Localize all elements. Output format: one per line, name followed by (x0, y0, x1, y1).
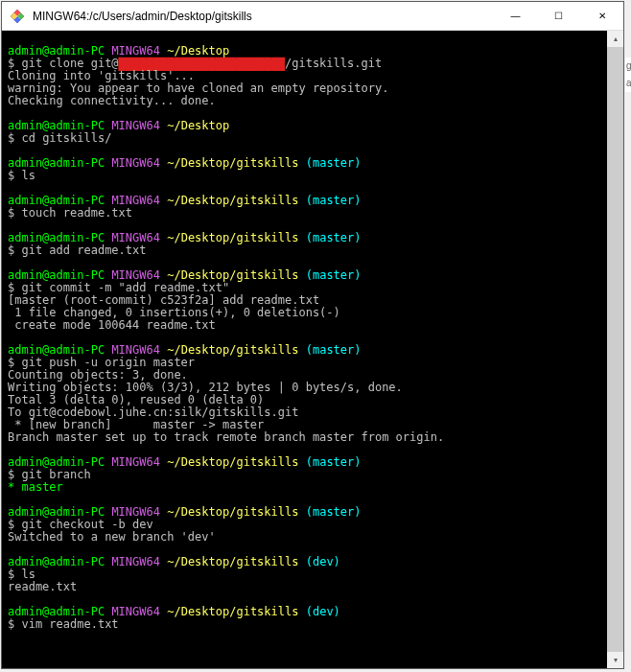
prompt-env: MINGW64 (111, 194, 160, 207)
out-push6: Branch master set up to track remote bra… (8, 430, 444, 444)
prompt-branch: (dev) (306, 555, 340, 568)
out-branch-name: master (21, 480, 62, 494)
cmd-add: git add readme.txt (21, 243, 146, 257)
out-push5: * [new branch] master -> master (8, 418, 264, 431)
cmd-clone-post: /gitskills.git (285, 57, 382, 70)
prompt-dollar: $ (8, 356, 21, 369)
prompt-branch: (master) (306, 156, 362, 170)
prompt-user: admin@admin-PC (8, 343, 105, 357)
close-button[interactable]: ✕ (580, 2, 623, 30)
prompt-branch: (master) (306, 455, 362, 469)
prompt-path: ~/Desktop/gitskills (167, 268, 298, 282)
prompt-path: ~/Desktop/gitskills (167, 343, 298, 357)
out-checkout: Switched to a new branch 'dev' (8, 530, 216, 544)
mingw-icon (10, 9, 25, 24)
prompt-path: ~/Desktop (167, 119, 229, 132)
out-branch-star: * (8, 480, 21, 494)
prompt-branch: (dev) (306, 605, 340, 618)
cmd-commit: git commit -m "add readme.txt" (21, 281, 229, 294)
prompt-user: admin@admin-PC (8, 455, 105, 469)
prompt-env: MINGW64 (111, 605, 160, 618)
out-ls: readme.txt (8, 580, 77, 593)
blank-line (8, 331, 14, 344)
out-push3: Total 3 (delta 0), reused 0 (delta 0) (8, 393, 264, 406)
prompt-dollar: $ (8, 518, 21, 531)
cmd-push: git push -u origin master (21, 356, 195, 369)
window-controls: — ☐ ✕ (494, 2, 623, 30)
prompt-path: ~/Desktop/gitskills (167, 505, 298, 519)
prompt-env: MINGW64 (111, 268, 160, 282)
side-char-a: g (625, 58, 631, 75)
prompt-env: MINGW64 (111, 44, 160, 58)
window-title: MINGW64:/c/Users/admin/Desktop/gitskills (33, 10, 494, 23)
prompt-dollar: $ (8, 468, 21, 481)
terminal-area: admin@admin-PC MINGW64 ~/Desktop $ git c… (2, 31, 623, 668)
prompt-path: ~/Desktop/gitskills (167, 231, 298, 244)
prompt-path: ~/Desktop/gitskills (167, 156, 298, 170)
titlebar[interactable]: MINGW64:/c/Users/admin/Desktop/gitskills… (2, 2, 623, 31)
prompt-dollar: $ (8, 169, 21, 182)
prompt-branch: (master) (306, 231, 362, 244)
prompt-user: admin@admin-PC (8, 194, 105, 207)
cmd-clone-pre: git clone git@ (21, 57, 118, 70)
prompt-user: admin@admin-PC (8, 555, 105, 568)
prompt-env: MINGW64 (111, 156, 160, 170)
scroll-down-button[interactable]: ▾ (607, 652, 623, 668)
maximize-button[interactable]: ☐ (537, 2, 580, 30)
scrollbar[interactable]: ▴ ▾ (607, 31, 623, 668)
out-push2: Writing objects: 100% (3/3), 212 bytes |… (8, 381, 403, 394)
prompt-dollar: $ (8, 243, 21, 257)
side-strip: g a (625, 58, 631, 92)
out-check: Checking connectivity... done. (8, 94, 216, 107)
out-push1: Counting objects: 3, done. (8, 368, 188, 382)
prompt-dollar: $ (8, 617, 21, 631)
minimize-button[interactable]: — (494, 2, 537, 30)
prompt-dollar: $ (8, 131, 21, 145)
blank-line (8, 219, 14, 232)
prompt-dollar: $ (8, 57, 21, 70)
prompt-env: MINGW64 (111, 119, 160, 132)
prompt-user: admin@admin-PC (8, 156, 105, 170)
terminal-output[interactable]: admin@admin-PC MINGW64 ~/Desktop $ git c… (2, 31, 607, 668)
out-commit3: create mode 100644 readme.txt (8, 318, 216, 332)
blank-line (8, 493, 14, 506)
out-push4: To git@codebowl.juhe.cn:silk/gitskills.g… (8, 406, 298, 419)
prompt-user: admin@admin-PC (8, 268, 105, 282)
prompt-env: MINGW64 (111, 505, 160, 519)
cmd-touch: touch readme.txt (21, 206, 132, 220)
terminal-window: MINGW64:/c/Users/admin/Desktop/gitskills… (1, 1, 624, 669)
cmd-branch: git branch (21, 468, 90, 481)
prompt-env: MINGW64 (111, 455, 160, 469)
prompt-path: ~/Desktop/gitskills (167, 605, 298, 618)
prompt-path: ~/Desktop (167, 44, 229, 58)
cmd-checkout: git checkout -b dev (21, 518, 152, 531)
prompt-user: admin@admin-PC (8, 231, 105, 244)
cmd-ls: ls (21, 169, 35, 182)
prompt-env: MINGW64 (111, 231, 160, 244)
prompt-path: ~/Desktop/gitskills (167, 194, 298, 207)
blank-line (8, 256, 14, 269)
scroll-thumb[interactable] (607, 47, 623, 652)
blank-line (8, 543, 14, 556)
scroll-up-button[interactable]: ▴ (607, 31, 623, 47)
prompt-user: admin@admin-PC (8, 505, 105, 519)
blank-line (8, 181, 14, 195)
out-warn: warning: You appear to have cloned an em… (8, 81, 388, 95)
blank-line (8, 144, 14, 157)
blank-line (8, 106, 14, 120)
prompt-user: admin@admin-PC (8, 44, 105, 58)
prompt-dollar: $ (8, 568, 21, 581)
blank-line (8, 32, 14, 45)
blank-line (8, 592, 14, 606)
prompt-user: admin@admin-PC (8, 605, 105, 618)
cmd-cd: cd gitskills/ (21, 131, 111, 145)
prompt-env: MINGW64 (111, 343, 160, 357)
cmd-ls2: ls (21, 568, 35, 581)
prompt-branch: (master) (306, 268, 362, 282)
out-commit1: [master (root-commit) c523f2a] add readm… (8, 293, 319, 307)
cmd-vim: vim readme.txt (21, 617, 118, 631)
scroll-track[interactable] (607, 47, 623, 652)
prompt-branch: (master) (306, 343, 362, 357)
prompt-path: ~/Desktop/gitskills (167, 455, 298, 469)
prompt-dollar: $ (8, 206, 21, 220)
